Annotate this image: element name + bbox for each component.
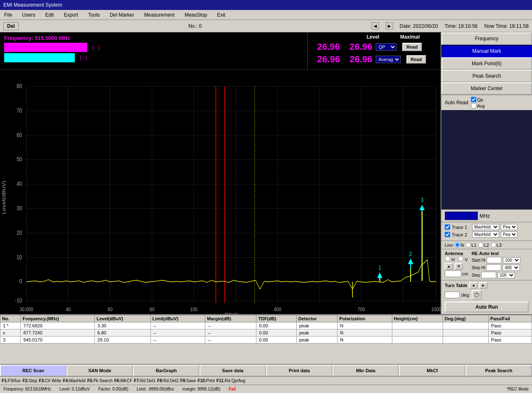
re-start-input[interactable]: 100 (487, 257, 502, 263)
mark-point-button[interactable]: Mark Point(6) (441, 57, 532, 70)
menu-meas-stop[interactable]: MeasStop (182, 11, 209, 19)
svg-text:(MHz): (MHz) (225, 311, 238, 314)
menu-file[interactable]: File (2, 11, 15, 19)
trace1-type-select[interactable]: PeakAverage (501, 224, 517, 230)
lisn-l2-radio[interactable] (478, 242, 483, 248)
trace1-mode-select[interactable]: MaxHoldMinHoldAverage (472, 224, 499, 230)
table-row[interactable]: 1 * 772.6820 3.30 -- -- 0.00 peak N Pass (0, 322, 532, 329)
trace2-mode-select[interactable]: MaxHoldMinHoldAverage (472, 231, 499, 238)
table-row[interactable]: 3 945.0170 29.10 -- -- 0.00 peak N Pass (0, 337, 532, 344)
re-start-select[interactable]: 100200300 (503, 257, 520, 263)
lisn-l3-radio[interactable] (491, 242, 496, 248)
read-button-2[interactable]: Read (406, 55, 426, 64)
avg-checkbox-label[interactable]: Avg (471, 103, 485, 108)
mkr-data-button[interactable]: Mkr Data (332, 365, 399, 376)
bar-row-2: | | (4, 53, 303, 62)
status-fail: Fail (229, 387, 236, 391)
peak-search-bottom-button[interactable]: Peak Search (466, 365, 532, 376)
no-label: No.: 0 (25, 23, 365, 29)
print-data-button[interactable]: Print data (266, 365, 332, 376)
cm-row: 100 cm (445, 270, 468, 277)
lisn-l1-radio[interactable] (466, 242, 471, 248)
lisn-n-radio[interactable] (455, 242, 460, 248)
frequency-button[interactable]: Frequency (441, 32, 532, 45)
menu-edit[interactable]: Edit (43, 11, 57, 19)
spectrum-wrapper: 80 70 60 50 40 30 20 10 0 -10 Level(dBuV… (0, 70, 441, 314)
tt-row: Turn Table ◄ ► (445, 282, 529, 289)
fkey-f7: F7:Rd Det1 (134, 378, 155, 383)
trace2-checkbox[interactable] (445, 232, 450, 237)
re-stop-input[interactable]: 400 (486, 264, 501, 271)
cell-no: v (0, 329, 21, 337)
marker-center-button[interactable]: Marker Center (441, 82, 532, 95)
re-step-row: Step 100 10050200 (472, 272, 520, 278)
v-radio[interactable] (458, 256, 463, 261)
tt-icon[interactable] (472, 290, 482, 300)
bar-magenta (4, 43, 87, 52)
antenna-down-btn[interactable]: ▼ (455, 263, 463, 270)
re-stop-row: Stop Hi 400 400200600 (472, 264, 520, 271)
menu-tools[interactable]: Tools (86, 11, 102, 19)
svg-text:20: 20 (17, 229, 22, 236)
dark-section (441, 110, 532, 209)
cell-pass-fail: Pass (488, 329, 532, 337)
cell-margin: -- (205, 322, 256, 329)
v-radio-label[interactable]: V (458, 256, 468, 262)
nav-prev[interactable]: ◀ (372, 22, 379, 29)
svg-text:40: 40 (17, 180, 22, 187)
freq-left: Frequency: 515.0000 MHz | | | | (0, 32, 308, 69)
san-mode-button[interactable]: SAN Mode (66, 365, 133, 376)
qp-checkbox[interactable] (471, 97, 476, 102)
trace1-checkbox[interactable] (445, 224, 450, 230)
cell-level: 3.30 (95, 322, 151, 329)
lisn-l1-label[interactable]: L1 (466, 242, 476, 248)
fkey-f8: F8:Rd Det2 (157, 378, 179, 383)
fkey-bar: F1:FSRun F2:Stop F3:Clr Write F4:MaxHold… (0, 376, 532, 385)
trace2-type-select[interactable]: PeakAverage (501, 231, 517, 238)
re-step-select[interactable]: 10050200 (498, 272, 515, 278)
menu-users[interactable]: Users (20, 11, 37, 19)
table-row[interactable]: v 877.7240 6.80 -- -- 0.00 peak N Pass (0, 329, 532, 337)
menu-export[interactable]: Export (61, 11, 81, 19)
cell-deg (443, 322, 488, 329)
cell-limit: -- (150, 329, 205, 337)
nav-next[interactable]: ▶ (386, 22, 393, 29)
lisn-n-label[interactable]: N (455, 242, 464, 248)
detector-select-1[interactable]: QP Average Peak (376, 43, 397, 51)
auto-run-button[interactable]: Auto Run (445, 302, 529, 312)
menu-measurement[interactable]: Measurement (142, 11, 177, 19)
cell-freq: 945.0170 (21, 337, 95, 344)
svg-text:30: 30 (17, 205, 22, 212)
read-button-1[interactable]: Read (402, 43, 422, 51)
level-value-1: 26.96 (311, 42, 340, 52)
tt-deg-input[interactable]: 0 (445, 292, 460, 298)
antenna-up-btn[interactable]: ▲ (445, 263, 453, 270)
cell-height (392, 322, 443, 329)
manual-mark-button[interactable]: Manual Mark (441, 45, 532, 57)
re-stop-select[interactable]: 400200600 (502, 265, 520, 271)
level-headers-row: Level Maximal (311, 34, 437, 40)
peak-search-button[interactable]: Peak Search (441, 70, 532, 82)
detector-select-2[interactable]: Average QP Peak (376, 56, 401, 63)
rec-scan-button[interactable]: REC Scan (0, 365, 66, 376)
cell-tdf: 0.00 (256, 322, 296, 329)
freq-input[interactable]: 515 (445, 211, 478, 220)
lisn-l2-label[interactable]: L2 (478, 242, 489, 248)
qp-checkbox-label[interactable]: Qp (471, 97, 485, 102)
tt-right-btn[interactable]: ► (479, 282, 488, 289)
menu-exit[interactable]: Exit (214, 11, 228, 19)
tt-left-btn[interactable]: ◄ (469, 282, 478, 289)
col-deg: Deg.(deg) (443, 315, 488, 322)
lisn-l3-label[interactable]: L3 (491, 242, 502, 248)
h-radio-label[interactable]: H (445, 256, 455, 262)
menu-del-marker[interactable]: Del Marker (107, 11, 137, 19)
del-label: Del (3, 22, 19, 30)
re-step-input[interactable]: 100 (481, 272, 496, 278)
h-radio[interactable] (445, 256, 450, 261)
mkcf-button[interactable]: MkCf (399, 365, 466, 376)
fkey-f2: F2:Stop (22, 378, 37, 383)
avg-checkbox[interactable] (471, 103, 476, 108)
bar-graph-button[interactable]: BarGraph (133, 365, 200, 376)
cm-input[interactable]: 100 (445, 270, 461, 277)
save-data-button[interactable]: Save data (200, 365, 266, 376)
